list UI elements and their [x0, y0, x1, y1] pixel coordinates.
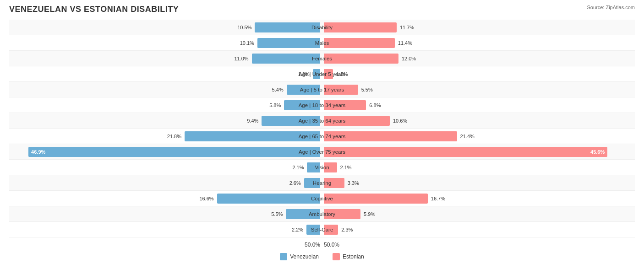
chart-row: 5.8% Age | 18 to 34 years 6.8%: [9, 97, 635, 113]
bar-pink: 11.4%: [324, 38, 395, 48]
bar-blue: 21.8%: [185, 131, 320, 141]
legend-venezuelan: Venezuelan: [280, 253, 319, 260]
bar-blue: 11.0%: [252, 54, 320, 64]
bar-blue: 2.1%: [307, 162, 320, 172]
bar-blue: 2.2%: [306, 225, 320, 235]
bar-blue: 9.4%: [262, 116, 320, 126]
bar-blue: 5.4%: [287, 85, 320, 95]
legend: Venezuelan Estonian: [9, 253, 635, 260]
bar-blue: 16.6%: [217, 194, 320, 204]
left-value: 2.2%: [292, 227, 305, 232]
legend-estonian: Estonian: [333, 253, 364, 260]
bar-pink: 21.4%: [324, 131, 457, 141]
chart-row: 11.0% Females 12.0%: [9, 51, 635, 66]
chart-row: 2.6% Hearing 3.3%: [9, 175, 635, 191]
right-value: 21.4%: [459, 134, 475, 139]
right-value: 45.6%: [590, 149, 605, 155]
bar-pink: 11.7%: [324, 22, 397, 32]
chart-row: 1.2% Age | Under 5 years 1.5%: [9, 66, 635, 82]
bar-pink: 10.6%: [324, 116, 390, 126]
bar-blue: 10.1%: [257, 38, 320, 48]
right-value: 12.0%: [400, 56, 416, 61]
right-value: 5.9%: [362, 211, 375, 217]
left-value: 5.5%: [271, 211, 284, 217]
chart-title: VENEZUELAN VS ESTONIAN DISABILITY: [9, 5, 179, 14]
right-value: 1.5%: [335, 71, 348, 77]
bar-blue: 5.8%: [284, 100, 320, 110]
chart-row: 21.8% Age | 65 to 74 years 21.4%: [9, 129, 635, 144]
right-value: 10.6%: [392, 118, 407, 124]
left-value: 5.4%: [272, 87, 285, 92]
right-value: 11.4%: [397, 40, 412, 46]
venezuelan-legend-label: Venezuelan: [290, 253, 319, 260]
left-value: 2.1%: [292, 165, 305, 170]
chart-row: 9.4% Age | 35 to 64 years 10.6%: [9, 113, 635, 129]
bar-blue: 1.2%: [313, 69, 320, 79]
bar-blue: 46.9%: [28, 147, 320, 157]
left-value: 11.0%: [234, 56, 250, 61]
chart-row: 10.1% Males 11.4%: [9, 35, 635, 51]
bar-pink: 12.0%: [324, 54, 398, 64]
bar-pink: 6.8%: [324, 100, 366, 110]
right-value: 3.3%: [346, 180, 359, 186]
chart-area: 10.5% Disability 11.7% 10.1% Males 11.4%: [9, 20, 635, 237]
chart-row: 5.5% Ambulatory 5.9%: [9, 206, 635, 222]
left-value: 1.2%: [298, 71, 311, 77]
estonian-color-box: [333, 253, 340, 260]
bar-pink: 5.9%: [324, 209, 360, 219]
axis-left-label: 50.0%: [305, 242, 320, 248]
right-value: 2.3%: [340, 227, 353, 232]
left-value: 10.1%: [240, 40, 256, 46]
source-text: Source: ZipAtlas.com: [587, 5, 635, 10]
left-value: 5.8%: [269, 102, 282, 108]
bar-blue: 5.5%: [286, 209, 320, 219]
bar-pink: 5.5%: [324, 85, 358, 95]
right-value: 5.5%: [360, 87, 373, 92]
axis-right-label: 50.0%: [324, 242, 339, 248]
chart-row: 16.6% Cognitive 16.7%: [9, 191, 635, 206]
axis-row: 50.0% 50.0%: [9, 239, 635, 250]
chart-row: 2.1% Vision 2.1%: [9, 160, 635, 175]
left-value: 10.5%: [237, 25, 253, 30]
bar-blue: 10.5%: [255, 22, 320, 32]
left-value: 21.8%: [167, 134, 183, 139]
right-value: 16.7%: [430, 196, 445, 201]
chart-container: VENEZUELAN VS ESTONIAN DISABILITY Source…: [9, 5, 635, 260]
right-value: 11.7%: [398, 25, 414, 30]
bar-pink: 16.7%: [324, 194, 428, 204]
bar-pink: 1.5%: [324, 69, 333, 79]
left-value: 2.6%: [289, 180, 302, 186]
bar-pink: 45.6%: [324, 147, 607, 157]
bar-pink: 2.1%: [324, 162, 337, 172]
left-value: 16.6%: [199, 196, 215, 201]
right-value: 2.1%: [339, 165, 352, 170]
right-value: 6.8%: [368, 102, 381, 108]
chart-row: 10.5% Disability 11.7%: [9, 20, 635, 35]
venezuelan-color-box: [280, 253, 287, 260]
chart-row: 2.2% Self-Care 2.3%: [9, 222, 635, 237]
bar-pink: 2.3%: [324, 225, 338, 235]
chart-row: 46.9% Age | Over 75 years 45.6%: [9, 144, 635, 160]
left-value: 46.9%: [31, 149, 45, 155]
chart-row: 5.4% Age | 5 to 17 years 5.5%: [9, 82, 635, 97]
bar-pink: 3.3%: [324, 178, 344, 188]
estonian-legend-label: Estonian: [343, 253, 364, 260]
bar-blue: 2.6%: [304, 178, 320, 188]
left-value: 9.4%: [247, 118, 260, 124]
